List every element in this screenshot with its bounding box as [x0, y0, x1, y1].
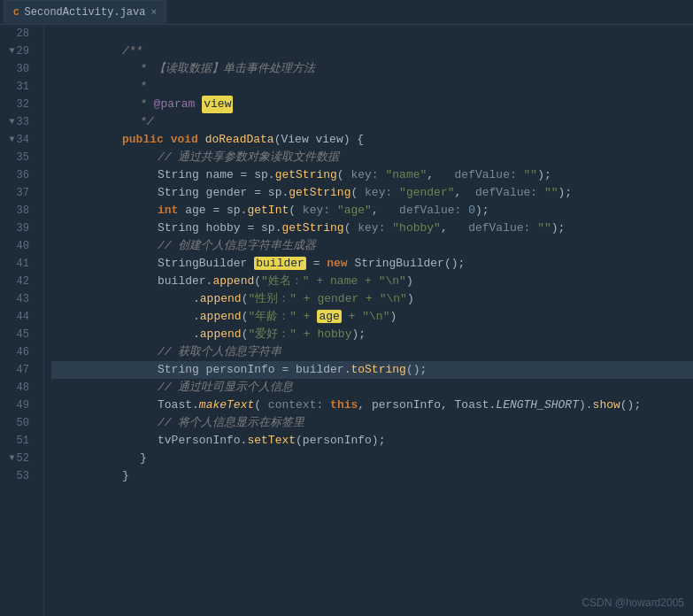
line-45: 45: [0, 326, 36, 343]
line-50: 50: [0, 414, 36, 432]
code-line-40: // 创建个人信息字符串生成器: [51, 237, 693, 255]
code-line-46: // 获取个人信息字符串: [51, 343, 693, 361]
line-30: 30: [0, 60, 36, 78]
line-51: 51: [0, 432, 36, 450]
code-line-31: *: [51, 78, 693, 96]
code-line-39: String hobby = sp.getString( key: "hobby…: [51, 219, 693, 237]
line-46: 46: [0, 343, 36, 361]
line-29: ▼29: [0, 42, 36, 60]
code-line-43: .append("性别：" + gender + "\n"): [51, 290, 693, 308]
line-47: 47: [0, 361, 36, 379]
code-line-51: tvPersonInfo.setText(personInfo);: [51, 432, 693, 450]
line-36: 36: [0, 166, 36, 184]
code-line-52: }: [51, 450, 693, 467]
code-line-53: }: [51, 467, 693, 485]
code-line-32: * @param view: [51, 96, 693, 113]
tab-filename: SecondActivity.java: [25, 6, 146, 19]
code-editor: 28 ▼29 30 31 32 ▼33 ▼34 35 36 37 38 39 4…: [0, 25, 693, 616]
tab-bar: C SecondActivity.java ×: [0, 0, 693, 25]
close-tab-button[interactable]: ×: [150, 7, 157, 18]
line-44: 44: [0, 308, 36, 326]
line-39: 39: [0, 219, 36, 237]
code-content: /** * 【读取数据】单击事件处理方法 * * @param view */ …: [44, 25, 693, 616]
line-38: 38: [0, 202, 36, 219]
code-line-44: .append("年龄：" + age + "\n"): [51, 308, 693, 326]
line-31: 31: [0, 78, 36, 96]
code-line-28: [51, 25, 693, 42]
line-42: 42: [0, 273, 36, 290]
code-line-41: StringBuilder builder = new StringBuilde…: [51, 255, 693, 273]
code-line-29: /**: [51, 42, 693, 60]
line-41: 41: [0, 255, 36, 273]
file-tab[interactable]: C SecondActivity.java ×: [4, 0, 166, 24]
code-line-30: * 【读取数据】单击事件处理方法: [51, 60, 693, 78]
line-32: 32: [0, 96, 36, 113]
code-line-37: String gender = sp.getString( key: "gend…: [51, 184, 693, 202]
line-48: 48: [0, 379, 36, 397]
line-33: ▼33: [0, 113, 36, 131]
line-40: 40: [0, 237, 36, 255]
line-34: ▼34: [0, 131, 36, 149]
line-37: 37: [0, 184, 36, 202]
watermark: CSDN @howard2005: [581, 597, 684, 609]
line-52: ▼52: [0, 450, 36, 467]
line-53: 53: [0, 467, 36, 485]
line-49: 49: [0, 397, 36, 414]
code-line-45: .append("爱好：" + hobby);: [51, 326, 693, 343]
code-line-36: String name = sp.getString( key: "name",…: [51, 166, 693, 184]
code-line-38: int age = sp.getInt( key: "age", defValu…: [51, 202, 693, 219]
code-line-34: public void doReadData(View view) {: [51, 131, 693, 149]
code-line-42: builder.append("姓名：" + name + "\n"): [51, 273, 693, 290]
code-line-35: // 通过共享参数对象读取文件数据: [51, 149, 693, 166]
line-43: 43: [0, 290, 36, 308]
code-line-33: */: [51, 113, 693, 131]
code-line-47: String personInfo = builder.toString();: [51, 361, 693, 379]
line-number-gutter: 28 ▼29 30 31 32 ▼33 ▼34 35 36 37 38 39 4…: [0, 25, 44, 616]
code-line-48: // 通过吐司显示个人信息: [51, 379, 693, 397]
code-line-49: Toast.makeText( context: this, personInf…: [51, 397, 693, 414]
line-35: 35: [0, 149, 36, 166]
c-language-icon: C: [13, 7, 19, 18]
code-line-50: // 将个人信息显示在标签里: [51, 414, 693, 432]
line-28: 28: [0, 25, 36, 42]
